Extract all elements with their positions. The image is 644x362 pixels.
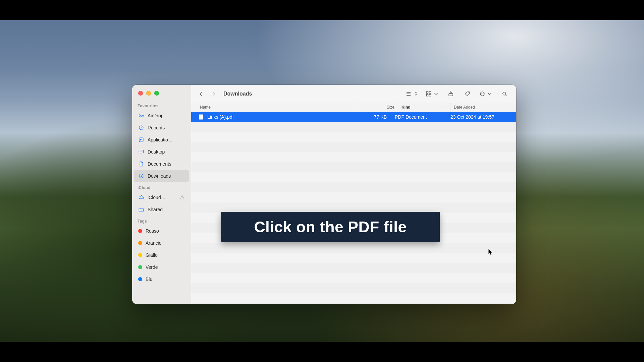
svg-point-16	[503, 92, 506, 95]
svg-point-15	[483, 94, 484, 94]
file-kind: PDF Document	[391, 114, 447, 120]
svg-point-5	[182, 198, 182, 199]
documents-icon	[138, 161, 144, 167]
file-name: Links (A).pdf	[207, 114, 234, 120]
share-button[interactable]	[444, 89, 458, 99]
sidebar-section-favourites: Favourites	[132, 100, 191, 110]
svg-point-14	[482, 94, 483, 94]
search-button[interactable]	[497, 89, 512, 99]
sidebar-item-documents[interactable]: Documents	[134, 158, 189, 170]
desktop-icon	[138, 149, 144, 155]
close-window-button[interactable]	[138, 91, 143, 96]
tag-dot-blue	[138, 277, 142, 281]
maximize-window-button[interactable]	[154, 91, 159, 96]
sidebar-item-icloud-drive[interactable]: iCloud…	[134, 191, 189, 203]
tag-dot-red	[138, 229, 142, 233]
sidebar-item-label: AirDrop	[148, 113, 163, 118]
back-button[interactable]	[196, 89, 206, 99]
sidebar-item-label: Blu	[146, 277, 152, 282]
column-label: Size	[387, 105, 394, 110]
column-header-name[interactable]: Name	[191, 103, 355, 112]
group-by-button[interactable]	[424, 89, 441, 99]
shared-folder-icon	[138, 206, 144, 213]
sidebar-item-desktop[interactable]: Desktop	[134, 146, 189, 158]
finder-sidebar: Favourites AirDrop Recents	[132, 85, 191, 304]
tags-button[interactable]	[461, 89, 475, 99]
sidebar-item-label: Rosso	[146, 228, 159, 234]
sidebar-item-label: Verde	[146, 264, 158, 270]
svg-rect-8	[426, 95, 428, 96]
svg-rect-7	[429, 92, 431, 93]
column-headers: Name Size Kind Date Added	[191, 103, 516, 112]
sidebar-item-recents[interactable]: Recents	[134, 122, 189, 134]
column-header-date-added[interactable]: Date Added	[450, 103, 516, 112]
file-row[interactable]: Links (A).pdf 77 KB PDF Document 23 Oct …	[191, 112, 516, 122]
window-title: Downloads	[223, 91, 252, 97]
sidebar-item-label: Downloads	[148, 173, 171, 179]
more-actions-button[interactable]	[477, 89, 495, 99]
sidebar-tag-blu[interactable]: Blu	[134, 273, 189, 285]
sidebar-item-applications[interactable]: Applicatio…	[134, 134, 189, 146]
airdrop-icon	[138, 113, 144, 119]
sidebar-item-shared[interactable]: Shared	[134, 203, 189, 216]
view-mode-button[interactable]	[404, 89, 421, 99]
file-list-pane: Name Size Kind Date Added	[191, 103, 516, 304]
tag-dot-yellow	[138, 253, 142, 257]
svg-rect-6	[426, 92, 428, 93]
warning-icon	[179, 195, 185, 200]
svg-point-0	[141, 115, 142, 117]
pdf-file-icon	[198, 114, 204, 120]
file-date-added: 23 Oct 2024 at 19:57	[447, 114, 516, 120]
row-stripes	[191, 112, 516, 304]
applications-icon	[138, 137, 144, 143]
sidebar-tag-arancio[interactable]: Arancio	[134, 237, 189, 249]
svg-point-13	[481, 94, 482, 94]
cloud-icon	[138, 194, 144, 200]
column-label: Name	[200, 105, 211, 110]
forward-button[interactable]	[209, 89, 219, 99]
instruction-caption: Click on the PDF file	[221, 212, 440, 242]
sort-ascending-icon	[443, 105, 447, 110]
clock-icon	[138, 125, 144, 131]
svg-rect-3	[139, 150, 144, 153]
column-header-kind[interactable]: Kind	[398, 103, 450, 112]
sidebar-tag-verde[interactable]: Verde	[134, 261, 189, 273]
window-controls	[138, 91, 159, 96]
sidebar-item-label: iCloud…	[148, 195, 166, 200]
sidebar-item-label: Desktop	[148, 149, 165, 155]
file-size: 77 KB	[344, 114, 391, 120]
sidebar-item-label: Recents	[148, 125, 165, 130]
tag-dot-green	[138, 265, 142, 269]
sidebar-tag-giallo[interactable]: Giallo	[134, 249, 189, 261]
file-rows[interactable]: Links (A).pdf 77 KB PDF Document 23 Oct …	[191, 112, 516, 304]
svg-rect-9	[429, 95, 431, 96]
finder-window: Favourites AirDrop Recents	[132, 85, 516, 304]
finder-toolbar: Downloads	[191, 85, 516, 103]
sidebar-item-label: Shared	[148, 207, 163, 212]
column-header-size[interactable]: Size	[355, 103, 398, 112]
sidebar-section-icloud: iCloud	[132, 182, 191, 191]
mouse-cursor-icon	[488, 249, 493, 256]
sidebar-item-label: Applicatio…	[148, 137, 173, 142]
sidebar-item-label: Giallo	[146, 252, 158, 258]
sidebar-item-downloads[interactable]: Downloads	[134, 170, 189, 182]
svg-point-11	[468, 93, 469, 93]
sidebar-item-label: Arancio	[146, 240, 161, 246]
desktop-wallpaper: Favourites AirDrop Recents	[0, 20, 644, 342]
letterbox-bottom	[0, 342, 644, 362]
downloads-icon	[138, 173, 144, 179]
sidebar-item-airdrop[interactable]: AirDrop	[134, 110, 189, 122]
sidebar-tag-rosso[interactable]: Rosso	[134, 225, 189, 237]
sidebar-section-tags: Tags	[132, 216, 191, 225]
letterbox-top	[0, 0, 644, 20]
column-label: Date Added	[454, 105, 475, 110]
column-label: Kind	[401, 105, 411, 110]
sidebar-item-label: Documents	[148, 161, 171, 167]
tag-dot-orange	[138, 241, 142, 245]
minimize-window-button[interactable]	[146, 91, 151, 96]
